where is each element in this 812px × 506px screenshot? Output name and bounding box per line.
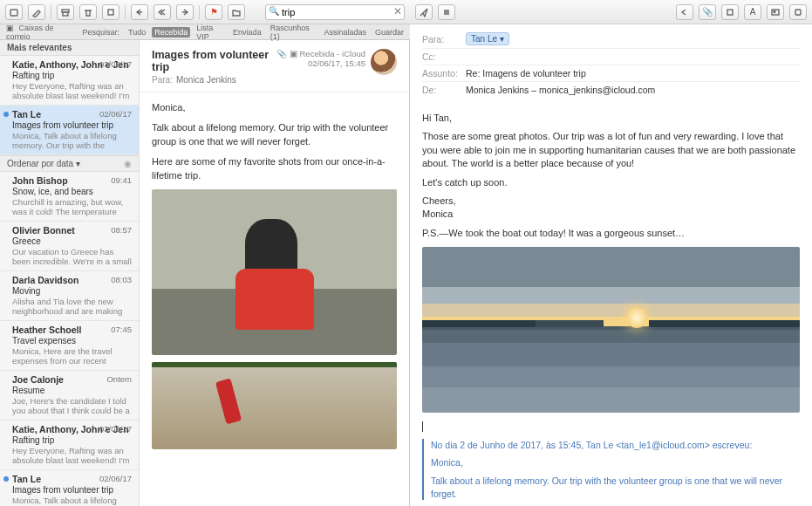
header-fields-button[interactable] bbox=[438, 4, 455, 20]
msg-subject: Rafting trip bbox=[12, 71, 132, 80]
search-field[interactable]: 🔍 ✕ bbox=[265, 4, 405, 20]
send-button[interactable] bbox=[415, 4, 433, 20]
attachment-icon: 📎 bbox=[276, 49, 287, 58]
svg-point-6 bbox=[774, 10, 775, 12]
message-date: 02/06/17, 15:45 bbox=[276, 58, 365, 68]
list-icon bbox=[441, 7, 452, 17]
from-label: De: bbox=[422, 85, 466, 95]
pencil-icon bbox=[31, 7, 42, 17]
message-list[interactable]: Katie, Anthony, John e Jen03/06/17Raftin… bbox=[0, 56, 139, 506]
filter-bar: ▣ Caixas de correio Pesquisar: Tudo Rece… bbox=[0, 24, 410, 40]
inline-image-sunset bbox=[422, 247, 800, 413]
message-row[interactable]: Katie, Anthony, John e Jen03/06/17Raftin… bbox=[0, 56, 139, 106]
message-row[interactable]: Katie, Anthony, John e Jen03/06/17Raftin… bbox=[0, 421, 139, 470]
filter-all[interactable]: Tudo bbox=[126, 27, 148, 38]
filter-vip[interactable]: Lista VIP bbox=[194, 23, 227, 42]
text-cursor bbox=[422, 421, 423, 432]
search-scope-label: Pesquisar: bbox=[79, 27, 122, 38]
message-row[interactable]: Joe CalonjeOntemResumeJoe, Here's the ca… bbox=[0, 371, 139, 421]
attached-photo-2 bbox=[152, 362, 397, 449]
to-label: Para: bbox=[422, 34, 466, 44]
paperclip-icon: 📎 bbox=[702, 7, 713, 17]
msg-date: 03/06/17 bbox=[99, 424, 132, 434]
trash-icon bbox=[83, 7, 93, 17]
archive-button[interactable] bbox=[57, 4, 74, 20]
msg-subject: Rafting trip bbox=[12, 435, 132, 445]
filter-sent[interactable]: Enviada bbox=[230, 27, 264, 38]
message-row[interactable]: Tan Le02/06/17Images from volunteer trip… bbox=[0, 470, 139, 506]
separator bbox=[199, 5, 200, 19]
reply-icon bbox=[134, 7, 145, 17]
font-button[interactable]: A bbox=[744, 4, 761, 20]
sort-label[interactable]: Ordenar por data ▾ bbox=[7, 159, 80, 168]
compose-button[interactable] bbox=[28, 4, 45, 20]
msg-date: 02/06/17 bbox=[99, 109, 132, 119]
message-body[interactable]: Monica, Talk about a lifelong memory. Ou… bbox=[140, 92, 409, 506]
compose-line: P.S.—We took the boat out today! It was … bbox=[422, 227, 800, 240]
search-input[interactable] bbox=[265, 4, 405, 20]
msg-preview: Our vacation to Greece has been incredib… bbox=[12, 247, 132, 266]
reply-all-icon bbox=[157, 7, 167, 17]
msg-preview: Alisha and Tia love the new neighborhood… bbox=[12, 297, 132, 316]
photo-browser-button[interactable] bbox=[767, 4, 784, 20]
folder-icon: ▣ bbox=[290, 49, 297, 58]
msg-preview: Monica, Talk about a lifelong memory. Ou… bbox=[12, 496, 132, 506]
folder-icon bbox=[231, 7, 242, 17]
inbox-button[interactable] bbox=[5, 4, 23, 20]
msg-subject: Images from volunteer trip bbox=[12, 120, 132, 130]
filter-inbox[interactable]: Recebida bbox=[152, 27, 190, 38]
save-search-button[interactable]: Guardar bbox=[372, 27, 406, 38]
msg-subject: Snow, ice, and bears bbox=[12, 187, 132, 196]
message-row[interactable]: Darla Davidson08:03MovingAlisha and Tia … bbox=[0, 271, 139, 321]
junk-button[interactable] bbox=[102, 4, 119, 20]
markup-button[interactable] bbox=[789, 4, 807, 20]
compose-body[interactable]: Hi Tan, Those are some great photos. Our… bbox=[410, 103, 812, 506]
flag-button[interactable]: ⚑ bbox=[205, 4, 222, 20]
from-value[interactable]: Monica Jenkins – monica_jenkins@icloud.c… bbox=[466, 85, 655, 95]
message-row[interactable]: Heather Schoell07:45Travel expensesMonic… bbox=[0, 321, 139, 371]
paper-plane-icon bbox=[419, 7, 429, 17]
forward-icon bbox=[180, 7, 190, 17]
chevron-down-icon[interactable]: ▾ bbox=[500, 34, 504, 44]
message-row[interactable]: Tan Le02/06/17Images from volunteer trip… bbox=[0, 106, 139, 155]
forward-button[interactable] bbox=[176, 4, 194, 20]
msg-subject: Images from volunteer trip bbox=[12, 485, 132, 495]
separator bbox=[51, 5, 51, 19]
reply-button[interactable] bbox=[131, 4, 148, 20]
body-greeting: Monica, bbox=[152, 101, 397, 114]
clear-search-icon[interactable]: ✕ bbox=[393, 5, 402, 17]
folder-name: Recebida - iCloud bbox=[299, 49, 365, 58]
message-header: 📎 ▣ Recebida - iCloud 02/06/17, 15:45 Im… bbox=[140, 40, 409, 92]
format-button[interactable] bbox=[721, 4, 739, 20]
tray-icon bbox=[9, 7, 19, 17]
to-label: Para: bbox=[152, 75, 173, 85]
reply-all-button[interactable] bbox=[154, 4, 171, 20]
msg-preview: Hey Everyone, Rafting was an absolute bl… bbox=[12, 81, 132, 100]
move-button[interactable] bbox=[228, 4, 245, 20]
format-icon bbox=[725, 7, 735, 17]
search-icon: 🔍 bbox=[269, 6, 279, 16]
compose-line: Monica bbox=[422, 208, 800, 221]
delete-button[interactable] bbox=[79, 4, 97, 20]
to-value: Monica Jenkins bbox=[176, 75, 236, 85]
message-row[interactable]: John Bishop09:41Snow, ice, and bearsChur… bbox=[0, 172, 139, 222]
body-p2: Here are some of my favorite shots from … bbox=[152, 155, 397, 182]
section-header-top-hits: Mais relevantes bbox=[0, 40, 139, 56]
reply-button-compose[interactable] bbox=[676, 4, 693, 20]
compose-line: Cheers, bbox=[422, 195, 800, 208]
filter-drafts[interactable]: Rascunhos (1) bbox=[268, 23, 318, 42]
svg-rect-2 bbox=[63, 12, 68, 16]
svg-rect-7 bbox=[795, 10, 801, 15]
filter-flagged[interactable]: Assinaladas bbox=[321, 27, 369, 38]
subject-value[interactable]: Re: Imagens de volunteer trip bbox=[466, 68, 586, 79]
msg-subject: Greece bbox=[12, 236, 132, 246]
message-row[interactable]: Olivier Bonnet08:57GreeceOur vacation to… bbox=[0, 222, 139, 271]
avatar bbox=[371, 49, 397, 75]
compose-line: Hi Tan, bbox=[422, 112, 800, 125]
attach-button[interactable]: 📎 bbox=[699, 4, 716, 20]
filter-icon[interactable]: ◉ bbox=[124, 159, 132, 168]
sort-bar[interactable]: Ordenar por data ▾◉ bbox=[0, 155, 139, 172]
compose-headers: Para: Tan Le ▾ Cc: Assunto:Re: Imagens d… bbox=[410, 24, 812, 103]
recipient-token[interactable]: Tan Le ▾ bbox=[466, 32, 509, 45]
mailboxes-button[interactable]: ▣ Caixas de correio bbox=[3, 23, 76, 42]
